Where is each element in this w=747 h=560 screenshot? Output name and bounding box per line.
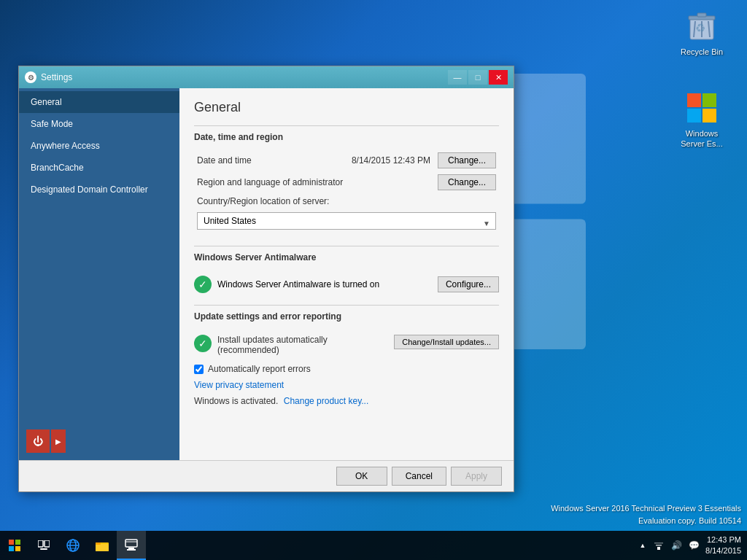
update-install-left: ✓ Install updates automatically(recommen…	[194, 335, 328, 355]
activated-text: Windows is activated.	[194, 396, 278, 406]
antimalware-configure-button[interactable]: Configure...	[438, 276, 499, 292]
antimalware-section: Windows Server Antimalware ✓ Windows Ser…	[194, 252, 499, 296]
svg-rect-15	[9, 540, 14, 545]
ok-button[interactable]: OK	[336, 467, 387, 486]
privacy-statement-link[interactable]: View privacy statement	[194, 380, 284, 390]
sidebar-item-safemode[interactable]: Safe Mode	[19, 113, 179, 135]
taskbar-clock[interactable]: 12:43 PM 8/14/2015	[705, 534, 741, 557]
svg-rect-18	[15, 546, 20, 551]
country-select[interactable]: United States	[197, 212, 496, 230]
action-center-icon[interactable]: 💬	[686, 531, 701, 560]
settings-window: ⚙ Settings ― □ ✕ General Safe Mode Anywh…	[18, 66, 514, 492]
svg-rect-14	[703, 109, 716, 122]
taskbar: ▲ 🔊 💬 12:43 PM 8/14/2015	[0, 531, 747, 560]
svg-rect-11	[687, 93, 701, 107]
server-manager-button[interactable]	[117, 531, 146, 560]
taskbar-left	[0, 531, 146, 560]
clock-time: 12:43 PM	[705, 534, 741, 545]
privacy-row: View privacy statement	[194, 380, 499, 390]
window-body: General Safe Mode Anywhere Access Branch…	[19, 88, 514, 460]
titlebar-controls: ― □ ✕	[448, 70, 508, 85]
region-language-label: Region and language of administrator	[197, 177, 343, 187]
svg-rect-17	[9, 546, 14, 551]
country-select-wrapper: United States	[197, 209, 496, 237]
change-install-button[interactable]: Change/Install updates...	[394, 335, 499, 349]
svg-rect-21	[40, 548, 47, 550]
date-time-change-button[interactable]: Change...	[438, 152, 496, 168]
antimalware-status-text: Windows Server Antimalware is turned on	[217, 279, 379, 289]
country-region-label: Country/Region location of server:	[197, 196, 496, 206]
windows-server-icon-img	[684, 90, 719, 125]
windows-server-label: WindowsServer Es...	[681, 128, 722, 149]
power-arrow-button[interactable]: ▶	[51, 429, 66, 453]
antimalware-status-left: ✓ Windows Server Antimalware is turned o…	[194, 276, 379, 293]
task-view-button[interactable]	[29, 531, 58, 560]
auto-report-label: Automatically report errors	[208, 364, 311, 374]
file-explorer-button[interactable]	[88, 531, 117, 560]
update-check-icon: ✓	[194, 335, 212, 352]
restore-button[interactable]: □	[468, 70, 487, 85]
svg-rect-34	[657, 547, 660, 550]
sidebar-item-domain-controller[interactable]: Designated Domain Controller	[19, 179, 179, 201]
date-time-section: Date, time and region Date and time 8/14…	[194, 132, 499, 237]
main-content: General Date, time and region Date and t…	[179, 88, 514, 460]
svg-rect-36	[654, 542, 663, 544]
antimalware-status-row: ✓ Windows Server Antimalware is turned o…	[194, 273, 499, 296]
close-button[interactable]: ✕	[489, 70, 508, 85]
sidebar-item-general[interactable]: General	[19, 91, 179, 113]
svg-rect-35	[656, 545, 662, 546]
update-settings-section: Update settings and error reporting ✓ In…	[194, 311, 499, 406]
svg-rect-6	[697, 13, 706, 17]
product-key-link[interactable]: Change product key...	[284, 396, 369, 406]
recycle-bin-label: Recycle Bin	[681, 47, 723, 57]
date-time-section-title: Date, time and region	[194, 132, 499, 145]
svg-rect-19	[38, 540, 43, 547]
recycle-bin-icon-img: ♻	[684, 9, 719, 44]
apply-button[interactable]: Apply	[451, 467, 502, 486]
network-icon[interactable]	[651, 531, 666, 560]
svg-rect-32	[128, 548, 134, 549]
svg-rect-33	[127, 549, 136, 551]
start-button[interactable]	[0, 531, 29, 560]
update-install-text: Install updates automatically(recommende…	[217, 335, 328, 355]
update-install-row: ✓ Install updates automatically(recommen…	[194, 332, 499, 358]
sidebar: General Safe Mode Anywhere Access Branch…	[19, 88, 179, 460]
svg-rect-29	[96, 542, 101, 545]
watermark-line1: Windows Server 2016 Technical Preview 3 …	[551, 502, 741, 515]
antimalware-section-title: Windows Server Antimalware	[194, 252, 499, 265]
sidebar-item-branchcache[interactable]: BranchCache	[19, 157, 179, 179]
systray: ▲ 🔊 💬	[637, 531, 701, 560]
auto-report-row: Automatically report errors	[194, 364, 499, 374]
main-title: General	[194, 100, 499, 115]
svg-rect-16	[15, 540, 20, 545]
titlebar-left: ⚙ Settings	[25, 71, 72, 83]
activated-row: Windows is activated. Change product key…	[194, 396, 499, 406]
desktop: ♻ Recycle Bin WindowsServer Es... ⚙ Sett…	[0, 0, 747, 560]
watermark-text: Windows Server 2016 Technical Preview 3 …	[551, 502, 741, 526]
clock-date: 8/14/2015	[705, 545, 741, 556]
minimize-button[interactable]: ―	[448, 70, 467, 85]
antimalware-check-icon: ✓	[194, 276, 212, 293]
svg-rect-20	[44, 540, 50, 547]
systray-overflow-button[interactable]: ▲	[637, 531, 649, 560]
date-time-value: 8/14/2015 12:43 PM	[352, 155, 430, 166]
country-region-block: Country/Region location of server: Unite…	[194, 196, 499, 237]
svg-rect-30	[125, 540, 137, 547]
windows-server-icon[interactable]: WindowsServer Es...	[673, 88, 731, 152]
speaker-icon[interactable]: 🔊	[669, 531, 684, 560]
date-time-label: Date and time	[197, 155, 252, 166]
taskbar-right: ▲ 🔊 💬 12:43 PM 8/14/2015	[637, 531, 747, 560]
cancel-button[interactable]: Cancel	[392, 467, 446, 486]
svg-rect-13	[687, 109, 701, 122]
update-settings-title: Update settings and error reporting	[194, 311, 499, 324]
power-button[interactable]: ⏻	[26, 429, 50, 453]
settings-window-icon: ⚙	[25, 71, 36, 83]
svg-rect-12	[703, 93, 716, 107]
titlebar: ⚙ Settings ― □ ✕	[19, 66, 514, 88]
sidebar-item-anywhere-access[interactable]: Anywhere Access	[19, 135, 179, 157]
ie-button[interactable]	[58, 531, 88, 560]
svg-text:♻: ♻	[695, 22, 705, 34]
region-change-button[interactable]: Change...	[438, 174, 496, 190]
recycle-bin-icon[interactable]: ♻ Recycle Bin	[673, 6, 731, 60]
auto-report-checkbox[interactable]	[194, 365, 204, 374]
